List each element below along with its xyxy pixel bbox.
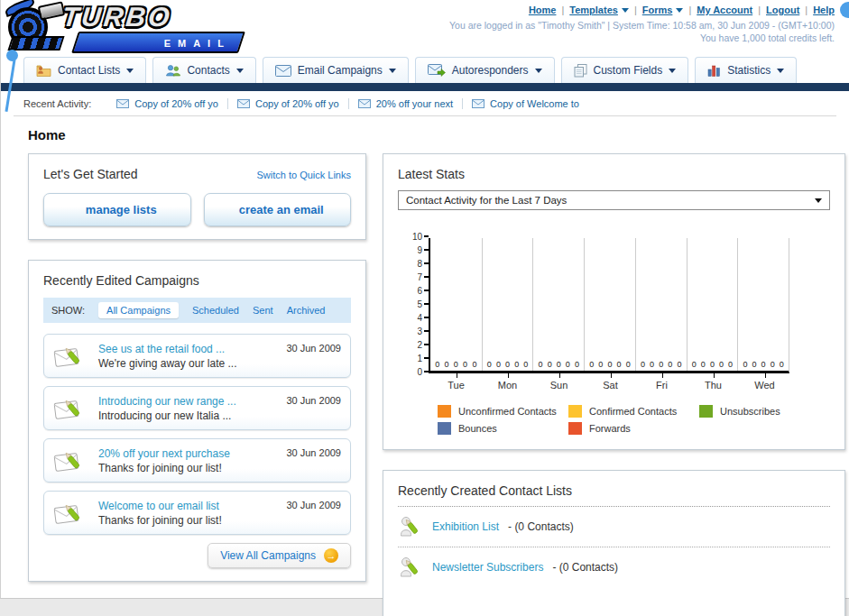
filter-sent[interactable]: Sent — [253, 305, 273, 316]
bar-value-label: 0 — [598, 360, 603, 369]
legend-item-forwards: Forwards — [568, 422, 699, 435]
recent-activity-link: Copy of Welcome to — [490, 98, 579, 109]
get-started-title: Let's Get Started — [43, 167, 138, 181]
legend-swatch — [568, 422, 582, 435]
switch-to-quick-links-link[interactable]: Switch to Quick Links — [256, 170, 351, 180]
tab-email-campaigns[interactable]: Email Campaigns — [263, 57, 409, 83]
x-axis-label: Fri — [636, 373, 688, 391]
campaign-row[interactable]: See us at the retail food ...We're givin… — [43, 334, 351, 378]
bar-value-label: 0 — [692, 360, 697, 369]
bar-value-label: 0 — [641, 360, 645, 369]
recent-activity-item[interactable]: Copy of 20% off yo — [228, 98, 349, 109]
chevron-down-icon — [535, 69, 542, 73]
chart-plot-area: 00000000000000000000000000000000000 — [429, 238, 789, 373]
bar-value-label: 0 — [780, 360, 784, 369]
bar-value-label: 0 — [566, 360, 570, 369]
navy-divider-bar — [1, 83, 849, 91]
y-axis-tick-label: 9 — [417, 244, 429, 255]
top-nav-forms[interactable]: Forms — [642, 5, 684, 15]
top-nav-my-account[interactable]: My Account — [697, 5, 752, 15]
logo-subtitle: EMAIL — [163, 38, 230, 49]
tab-statistics[interactable]: Statistics — [695, 57, 797, 83]
tab-contacts[interactable]: Contacts — [152, 57, 255, 83]
chart-day-group: 00000 — [737, 238, 789, 371]
separator: | — [805, 5, 807, 15]
y-axis-tick-label: 3 — [417, 326, 429, 336]
bar-value-label: 0 — [505, 360, 510, 369]
campaign-row[interactable]: Welcome to our email listThanks for join… — [43, 491, 351, 535]
tab-label: Autoresponders — [452, 64, 529, 77]
campaign-title-link[interactable]: 20% off your next purchase — [98, 447, 230, 460]
bar-value-label: 0 — [589, 360, 594, 369]
envelope-pencil-icon — [53, 447, 89, 474]
envelope-pencil-icon — [53, 395, 89, 422]
bar-value-labels: 00000 — [483, 360, 533, 369]
view-all-campaigns-button[interactable]: View All Campaigns → — [208, 543, 351, 568]
legend-swatch — [438, 422, 451, 435]
filter-archived[interactable]: Archived — [287, 305, 326, 316]
bar-value-labels: 00000 — [738, 360, 789, 369]
filter-all-campaigns[interactable]: All Campaigns — [98, 302, 179, 318]
stats-report-dropdown[interactable]: Contact Activity for the Last 7 Days — [398, 190, 830, 210]
bar-value-label: 0 — [752, 360, 757, 369]
tab-autoresponders[interactable]: Autoresponders — [415, 57, 555, 83]
y-axis-tick-label: 2 — [417, 339, 429, 350]
recent-activity-item[interactable]: Copy of 20% off yo — [107, 98, 228, 109]
x-axis-label: Mon — [482, 373, 533, 391]
bar-value-label: 0 — [617, 360, 622, 369]
main-nav: Contact ListsContactsEmail CampaignsAuto… — [1, 56, 849, 83]
contact-list-item[interactable]: Newsletter Subscribers- (0 Contacts) — [398, 547, 830, 587]
contact-list-name-link[interactable]: Newsletter Subscribers — [432, 561, 543, 574]
create-an-email-button[interactable]: create an email — [204, 193, 352, 226]
bar-value-label: 0 — [701, 360, 706, 369]
recent-activity-item[interactable]: Copy of Welcome to — [463, 98, 588, 109]
legend-label: Forwards — [589, 423, 631, 434]
pages-icon — [574, 64, 587, 78]
chevron-down-icon — [777, 69, 784, 73]
bar-value-label: 0 — [761, 360, 766, 369]
tab-contact-lists[interactable]: Contact Lists — [23, 57, 146, 83]
manage-lists-button[interactable]: manage lists — [43, 193, 191, 226]
bar-value-label: 0 — [607, 360, 612, 369]
bar-value-label: 0 — [743, 360, 747, 369]
campaign-title-link[interactable]: Introducing our new range ... — [98, 395, 236, 408]
create-email-label: create an email — [239, 203, 324, 216]
chart-day-group: 00000 — [584, 238, 635, 371]
x-axis-label: Sun — [533, 373, 585, 391]
campaign-title-link[interactable]: Welcome to our email list — [98, 500, 219, 512]
x-axis-label: Wed — [739, 373, 790, 391]
bar-value-label: 0 — [514, 360, 519, 369]
top-nav-templates[interactable]: Templates — [569, 5, 629, 15]
bar-value-label: 0 — [548, 360, 552, 369]
recent-activity-link: Copy of 20% off yo — [255, 98, 339, 109]
legend-item-unconfirmed-contacts: Unconfirmed Contacts — [438, 405, 568, 418]
contact-list-item[interactable]: Exhibition List- (0 Contacts) — [398, 507, 830, 547]
tab-custom-fields[interactable]: Custom Fields — [561, 57, 689, 83]
blue-bubble-decoration — [840, 2, 849, 18]
bar-value-label: 0 — [728, 360, 733, 369]
top-nav-home[interactable]: Home — [529, 5, 557, 15]
small-envelope-icon — [116, 99, 129, 108]
bar-value-label: 0 — [435, 360, 439, 369]
recent-activity-item[interactable]: 20% off your next — [349, 98, 463, 109]
top-nav: Home|Templates|Forms|My Account|Logout|H… — [529, 5, 835, 15]
chart-day-group: 00000 — [430, 238, 482, 371]
envelope-pencil-icon — [53, 500, 89, 527]
top-nav-help[interactable]: Help — [813, 5, 835, 15]
folder-user-icon — [36, 64, 51, 77]
chart-day-group: 00000 — [635, 238, 687, 371]
arrow-circle-icon: → — [324, 548, 338, 563]
campaign-row[interactable]: 20% off your next purchaseThanks for joi… — [43, 438, 351, 483]
separator: | — [561, 5, 564, 15]
bar-value-label: 0 — [487, 360, 492, 369]
campaign-row[interactable]: Introducing our new range ...Introducing… — [43, 386, 351, 430]
campaign-title-link[interactable]: See us at the retail food ... — [98, 343, 225, 355]
filter-scheduled[interactable]: Scheduled — [192, 305, 239, 316]
top-nav-logout[interactable]: Logout — [766, 5, 799, 15]
campaign-date: 30 Jun 2009 — [286, 446, 341, 458]
get-started-panel: Let's Get Started Switch to Quick Links … — [28, 153, 366, 240]
bar-value-label: 0 — [771, 360, 775, 369]
contact-list-name-link[interactable]: Exhibition List — [432, 520, 499, 533]
chevron-down-icon — [389, 69, 396, 73]
chart-day-group: 00000 — [687, 238, 738, 371]
